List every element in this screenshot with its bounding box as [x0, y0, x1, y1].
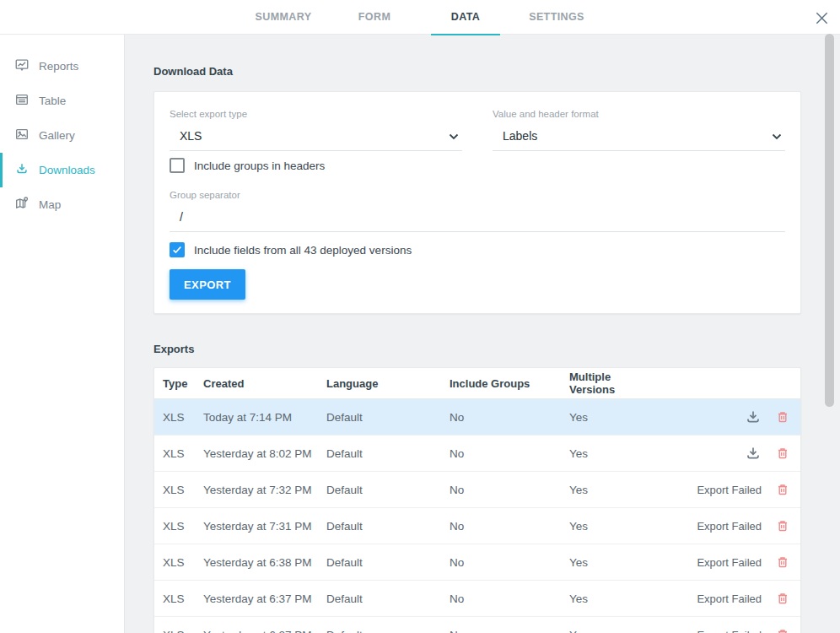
app-window: SUMMARY FORM DATA SETTINGS Reports — [0, 0, 840, 633]
table-row: XLS Today at 7:14 PM Default No Yes — [154, 399, 800, 436]
cell-multiple-versions: Yes — [569, 592, 659, 605]
include-fields-checkbox[interactable] — [170, 242, 185, 257]
cell-include-groups: No — [450, 484, 569, 496]
delete-icon[interactable] — [776, 592, 789, 605]
cell-multiple-versions: Yes — [569, 447, 659, 460]
column-header-multiple-versions: Multiple Versions — [569, 371, 659, 396]
export-type-value: XLS — [180, 129, 202, 143]
format-select[interactable]: Labels — [493, 122, 785, 151]
table-row: XLS Yesterday at 6:38 PM Default No Yes … — [154, 544, 800, 581]
exports-title: Exports — [153, 343, 801, 355]
cell-type: XLS — [154, 520, 203, 533]
close-icon[interactable] — [812, 8, 831, 27]
delete-icon[interactable] — [776, 483, 789, 496]
include-fields-label: Include fields from all 43 deployed vers… — [194, 244, 412, 257]
export-type-field: Select export type XLS — [170, 109, 462, 151]
table-row: XLS Yesterday at 7:32 PM Default No Yes … — [154, 472, 800, 508]
cell-multiple-versions: Yes — [569, 484, 659, 496]
column-header-type: Type — [154, 377, 203, 390]
format-field: Value and header format Labels — [493, 109, 785, 151]
column-header-created: Created — [203, 377, 326, 390]
table-row: XLS Yesterday at 6:27 PM Default No Yes … — [154, 617, 800, 633]
gallery-icon — [14, 127, 30, 144]
sidebar-item-label: Reports — [39, 60, 78, 73]
sidebar: Reports Table Gallery — [0, 35, 125, 633]
table-row: XLS Yesterday at 8:02 PM Default No Yes — [154, 436, 800, 472]
cell-type: XLS — [154, 447, 203, 460]
delete-icon[interactable] — [776, 410, 789, 424]
include-groups-checkbox[interactable] — [170, 158, 185, 173]
sidebar-item-label: Gallery — [39, 129, 75, 142]
cell-type: XLS — [154, 484, 203, 496]
export-failed-label: Export Failed — [697, 556, 762, 569]
cell-language: Default — [326, 411, 450, 424]
sidebar-item-label: Downloads — [39, 164, 95, 176]
tab-form[interactable]: FORM — [329, 0, 420, 35]
vertical-scrollbar[interactable] — [825, 34, 834, 407]
export-failed-label: Export Failed — [697, 629, 762, 633]
export-failed-label: Export Failed — [697, 484, 762, 496]
tab-data[interactable]: DATA — [420, 0, 511, 35]
cell-multiple-versions: Yes — [569, 556, 659, 569]
include-groups-label: Include groups in headers — [194, 160, 325, 172]
cell-created: Yesterday at 6:38 PM — [203, 556, 326, 569]
download-icon[interactable] — [745, 445, 762, 462]
download-icon[interactable] — [745, 408, 762, 425]
format-label: Value and header format — [493, 109, 785, 120]
cell-type: XLS — [154, 556, 203, 569]
cell-language: Default — [326, 447, 450, 460]
delete-icon[interactable] — [776, 446, 789, 460]
table-icon — [14, 92, 30, 110]
export-button[interactable]: EXPORT — [170, 269, 245, 300]
reports-icon — [14, 57, 30, 75]
include-fields-row: Include fields from all 43 deployed vers… — [170, 242, 785, 257]
sidebar-item-table[interactable]: Table — [0, 84, 124, 118]
cell-include-groups: No — [450, 411, 569, 424]
cell-language: Default — [326, 556, 450, 569]
tab-summary[interactable]: SUMMARY — [238, 0, 329, 35]
export-type-select[interactable]: XLS — [170, 122, 462, 151]
sidebar-item-gallery[interactable]: Gallery — [0, 118, 124, 153]
tab-settings[interactable]: SETTINGS — [511, 0, 602, 35]
group-separator-input[interactable]: / — [170, 203, 785, 232]
group-separator-label: Group separator — [170, 190, 785, 201]
table-row: XLS Yesterday at 6:37 PM Default No Yes … — [154, 581, 800, 617]
sidebar-item-downloads[interactable]: Downloads — [0, 153, 124, 187]
cell-created: Yesterday at 6:27 PM — [203, 629, 326, 633]
cell-created: Yesterday at 7:32 PM — [203, 484, 326, 496]
cell-multiple-versions: Yes — [569, 520, 659, 533]
cell-multiple-versions: Yes — [569, 411, 659, 424]
sidebar-item-label: Map — [39, 198, 61, 211]
sidebar-item-map[interactable]: Map — [0, 187, 124, 222]
delete-icon[interactable] — [776, 628, 789, 633]
download-form-card: Select export type XLS Value and header … — [153, 91, 801, 314]
cell-language: Default — [326, 520, 450, 533]
delete-icon[interactable] — [776, 519, 789, 533]
table-row: XLS Yesterday at 7:31 PM Default No Yes … — [154, 508, 800, 544]
cell-include-groups: No — [450, 629, 569, 633]
column-header-include-groups: Include Groups — [450, 377, 569, 390]
cell-language: Default — [326, 629, 450, 633]
cell-created: Yesterday at 7:31 PM — [203, 520, 326, 533]
map-icon — [14, 196, 30, 214]
include-groups-row: Include groups in headers — [170, 158, 785, 173]
delete-icon[interactable] — [776, 555, 789, 569]
cell-language: Default — [326, 484, 450, 496]
format-value: Labels — [503, 129, 537, 143]
cell-type: XLS — [154, 592, 203, 605]
chevron-down-icon — [772, 129, 782, 143]
cell-created: Today at 7:14 PM — [203, 411, 326, 424]
table-header-row: Type Created Language Include Groups Mul… — [154, 368, 800, 399]
exports-table: Type Created Language Include Groups Mul… — [153, 367, 801, 633]
cell-type: XLS — [154, 629, 203, 633]
downloads-icon — [14, 161, 30, 179]
cell-include-groups: No — [450, 520, 569, 533]
cell-include-groups: No — [450, 556, 569, 569]
group-separator-field: Group separator / — [170, 190, 785, 232]
sidebar-item-reports[interactable]: Reports — [0, 49, 124, 84]
chevron-down-icon — [449, 129, 459, 143]
cell-created: Yesterday at 6:37 PM — [203, 592, 326, 605]
tab-bar: SUMMARY FORM DATA SETTINGS — [0, 0, 840, 35]
top-bar: SUMMARY FORM DATA SETTINGS — [0, 0, 840, 35]
cell-created: Yesterday at 8:02 PM — [203, 447, 326, 460]
